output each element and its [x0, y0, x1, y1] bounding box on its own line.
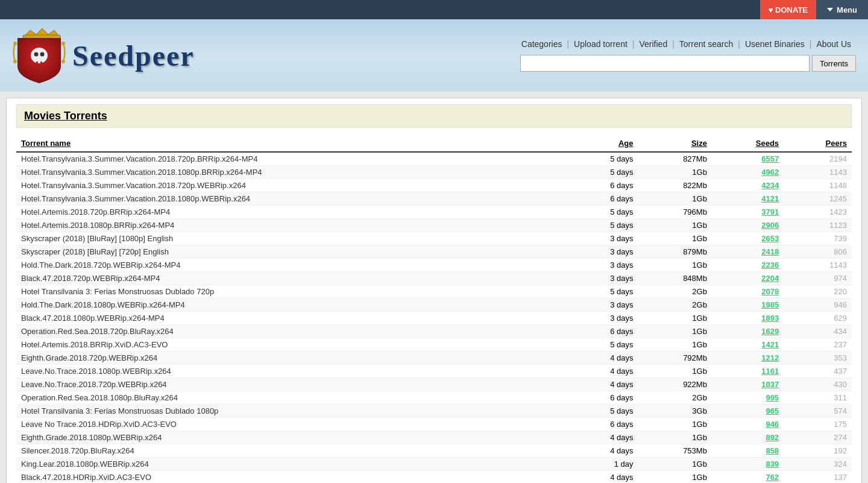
table-row: Hotel Transilvania 3: Ferias Monstruosas… [16, 405, 852, 418]
seeds-link[interactable]: 1893 [761, 314, 779, 323]
seeds-link[interactable]: 1421 [761, 340, 779, 349]
torrent-name-link[interactable]: Black.47.2018.HDRip.XviD.AC3-EVO [21, 473, 151, 482]
torrent-seeds: 946 [712, 418, 784, 431]
torrent-seeds: 1985 [712, 298, 784, 312]
col-peers[interactable]: Peers [784, 135, 852, 152]
torrent-name-link[interactable]: Hotel.Transylvania.3.Summer.Vacation.201… [21, 168, 262, 177]
torrent-peers: 1245 [784, 192, 852, 206]
torrent-seeds: 4121 [712, 192, 784, 206]
table-row: Leave.No.Trace.2018.720p.WEBRip.x2644 da… [16, 378, 852, 391]
torrent-seeds: 839 [712, 458, 784, 471]
torrent-size: 3Gb [638, 405, 712, 418]
torrent-age: 6 days [566, 391, 638, 405]
seeds-link[interactable]: 762 [766, 473, 779, 482]
col-seeds[interactable]: Seeds [712, 135, 784, 152]
seeds-link[interactable]: 1161 [761, 367, 779, 376]
torrent-name-link[interactable]: King.Lear.2018.1080p.WEBRip.x264 [21, 459, 149, 469]
table-row: Leave No Trace.2018.HDRip.XviD.AC3-EVO6 … [16, 418, 852, 431]
nav-usenet[interactable]: Usenet Binaries [740, 39, 810, 49]
seeds-link[interactable]: 2418 [761, 247, 779, 256]
torrent-size: 922Mb [638, 378, 712, 391]
seeds-link[interactable]: 6557 [761, 154, 779, 163]
torrent-name-link[interactable]: Eighth.Grade.2018.1080p.WEBRip.x264 [21, 433, 162, 442]
torrent-name-link[interactable]: Hotel Transilvania 3: Ferias Monstruosas… [21, 406, 218, 415]
seeds-link[interactable]: 2236 [761, 260, 779, 270]
seeds-link[interactable]: 995 [766, 393, 779, 402]
nav-torrent-search[interactable]: Torrent search [675, 39, 738, 49]
torrent-name-link[interactable]: Hotel.Artemis.2018.720p.BRRip.x264-MP4 [21, 207, 170, 216]
search-button[interactable]: Torrents [812, 55, 856, 72]
torrent-name-link[interactable]: Leave.No.Trace.2018.1080p.WEBRip.x264 [21, 367, 171, 376]
seeds-link[interactable]: 1985 [761, 300, 779, 309]
torrent-name-link[interactable]: Operation.Red.Sea.2018.1080p.BluRay.x264 [21, 393, 178, 402]
torrent-seeds: 2906 [712, 219, 784, 232]
nav-categories[interactable]: Categories [517, 39, 567, 49]
donate-button[interactable]: ♥ DONATE [760, 0, 816, 19]
table-row: Skyscraper (2018) [BluRay] [720p] Englis… [16, 245, 852, 259]
nav-search-area: Categories | Upload torrent | Verified |… [517, 39, 856, 72]
torrent-seeds: 1629 [712, 325, 784, 338]
search-input[interactable] [520, 55, 810, 72]
torrent-seeds: 1421 [712, 338, 784, 352]
col-age[interactable]: Age [566, 135, 638, 152]
table-row: Black.47.2018.720p.WEBRip.x264-MP43 days… [16, 272, 852, 285]
seeds-link[interactable]: 2204 [761, 274, 779, 283]
col-size[interactable]: Size [638, 135, 712, 152]
torrent-age: 6 days [566, 325, 638, 338]
torrent-name-link[interactable]: Operation.Red.Sea.2018.720p.BluRay.x264 [21, 327, 174, 336]
torrent-size: 796Mb [638, 206, 712, 219]
torrent-name-link[interactable]: Leave.No.Trace.2018.720p.WEBRip.x264 [21, 380, 167, 389]
seeds-link[interactable]: 4962 [761, 168, 779, 177]
torrent-seeds: 4962 [712, 166, 784, 179]
seeds-link[interactable]: 3791 [761, 207, 779, 216]
seeds-link[interactable]: 2906 [761, 221, 779, 230]
torrent-name-link[interactable]: Hotel.Artemis.2018.BRRip.XviD.AC3-EVO [21, 340, 168, 349]
seeds-link[interactable]: 4121 [761, 194, 779, 203]
logo-area: Seedpeer [12, 25, 195, 86]
torrent-list: Hotel.Transylvania.3.Summer.Vacation.201… [16, 152, 852, 483]
torrent-name-link[interactable]: Hotel.Artemis.2018.1080p.BRRip.x264-MP4 [21, 221, 174, 230]
table-row: Black.47.2018.HDRip.XviD.AC3-EVO4 days1G… [16, 471, 852, 484]
seeds-link[interactable]: 4234 [761, 181, 779, 190]
seeds-link[interactable]: 858 [766, 446, 779, 455]
torrent-peers: 353 [784, 352, 852, 365]
col-name[interactable]: Torrent name [16, 135, 566, 152]
seeds-link[interactable]: 1212 [761, 353, 779, 362]
seeds-link[interactable]: 2653 [761, 234, 779, 243]
torrent-name-link[interactable]: Eighth.Grade.2018.720p.WEBRip.x264 [21, 353, 157, 362]
torrent-age: 3 days [566, 232, 638, 245]
torrent-name-link[interactable]: Skyscraper (2018) [BluRay] [720p] Englis… [21, 247, 169, 256]
torrent-name-link[interactable]: Silencer.2018.720p.BluRay.x264 [21, 446, 134, 455]
torrent-size: 2Gb [638, 285, 712, 298]
seeds-link[interactable]: 2078 [761, 287, 779, 296]
torrent-name-link[interactable]: Black.47.2018.720p.WEBRip.x264-MP4 [21, 274, 160, 283]
torrent-name-link[interactable]: Leave No Trace.2018.HDRip.XviD.AC3-EVO [21, 420, 177, 429]
seeds-link[interactable]: 965 [766, 406, 779, 415]
torrent-name-link[interactable]: Hotel.Transylvania.3.Summer.Vacation.201… [21, 181, 246, 190]
torrent-name-link[interactable]: Skyscraper (2018) [BluRay] [1080p] Engli… [21, 234, 173, 243]
torrent-age: 5 days [566, 405, 638, 418]
torrent-seeds: 1212 [712, 352, 784, 365]
seeds-link[interactable]: 946 [766, 420, 779, 429]
nav-about[interactable]: About Us [811, 39, 856, 49]
topbar: ♥ DONATE Menu [0, 0, 868, 19]
table-row: Operation.Red.Sea.2018.1080p.BluRay.x264… [16, 391, 852, 405]
torrent-name-link[interactable]: Black.47.2018.1080p.WEBRip.x264-MP4 [21, 314, 165, 323]
torrent-name-link[interactable]: Hotel.Transylvania.3.Summer.Vacation.201… [21, 194, 250, 203]
torrent-name-link[interactable]: Hold.The.Dark.2018.720p.WEBRip.x264-MP4 [21, 260, 180, 270]
seeds-link[interactable]: 839 [766, 459, 779, 469]
nav-upload[interactable]: Upload torrent [569, 39, 632, 49]
torrent-name-link[interactable]: Hotel Transilvania 3: Ferias Monstruosas… [21, 287, 214, 296]
seeds-link[interactable]: 892 [766, 433, 779, 442]
torrent-age: 6 days [566, 418, 638, 431]
torrent-age: 4 days [566, 471, 638, 484]
torrent-name-link[interactable]: Hold.The.Dark.2018.1080p.WEBRip.x264-MP4 [21, 300, 185, 309]
torrent-name-link[interactable]: Hotel.Transylvania.3.Summer.Vacation.201… [21, 154, 257, 163]
svg-point-11 [61, 60, 65, 63]
torrent-size: 2Gb [638, 391, 712, 405]
torrent-seeds: 762 [712, 471, 784, 484]
seeds-link[interactable]: 1629 [761, 327, 779, 336]
nav-verified[interactable]: Verified [634, 39, 672, 49]
seeds-link[interactable]: 1037 [761, 380, 779, 389]
menu-button[interactable]: Menu [816, 0, 868, 19]
